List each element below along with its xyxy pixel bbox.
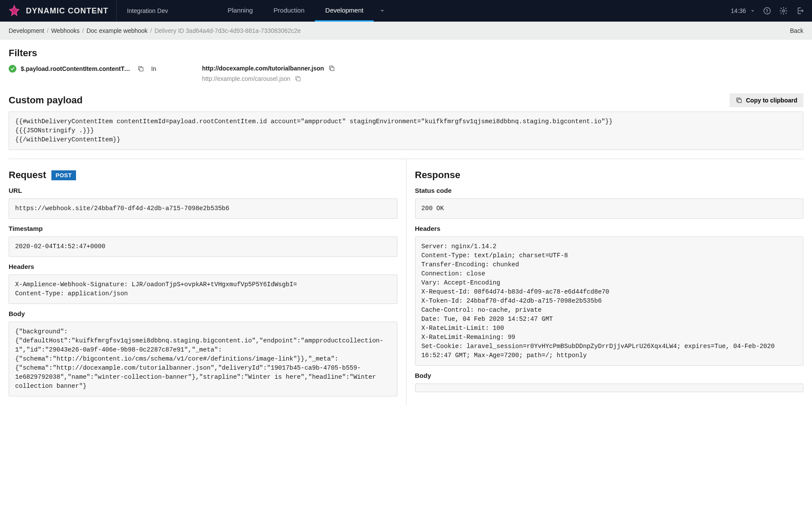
breadcrumb: Development / Webhooks / Doc example web… [0,22,812,40]
tab-development[interactable]: Development [315,0,374,22]
response-body-value[interactable] [415,383,804,392]
check-circle-icon [9,65,16,73]
page-content: Filters $.payload.rootContentItem.conten… [0,40,812,418]
copy-icon[interactable] [295,75,301,82]
copy-button-label: Copy to clipboard [746,97,797,104]
help-icon[interactable] [763,6,771,15]
logo-icon [8,4,21,17]
crumb-sep: / [47,27,49,34]
clock-display[interactable]: 14:36 [731,7,755,14]
tab-more-dropdown[interactable] [374,0,391,22]
crumb-delivery-id: Delivery ID 3ad64a4d-7d3c-4d93-881a-7330… [155,27,301,34]
request-headers-label: Headers [9,263,397,270]
hub-selector[interactable]: Integration Dev [117,7,178,14]
response-headers-value[interactable]: Server: nginx/1.14.2 Content-Type: text/… [415,236,804,366]
svg-rect-3 [140,67,143,71]
copy-icon[interactable] [328,65,335,72]
crumb-sep: / [150,27,152,34]
custom-payload-code[interactable]: {{#withDeliveryContentItem contentItemId… [9,112,803,150]
filter-url-primary: http://docexample.com/tutorialbanner.jso… [202,65,324,72]
logo-text: DYNAMIC CONTENT [26,6,108,16]
request-url-label: URL [9,187,397,194]
filters-row: $.payload.rootContentItem.contentTyp… In… [9,65,803,82]
filter-url-row: http://docexample.com/tutorialbanner.jso… [202,65,335,72]
back-button[interactable]: Back [790,27,803,34]
svg-rect-6 [738,99,741,102]
filter-expression: $.payload.rootContentItem.contentTyp… In [9,65,156,73]
gear-icon[interactable] [779,6,788,15]
response-column: Response Status code 200 OK Headers Serv… [406,159,804,405]
crumb-sep: / [82,27,84,34]
filter-url-row: http://example.com/carousel.json [202,75,335,82]
logout-icon[interactable] [796,6,804,15]
request-url-value[interactable]: https://webhook.site/24bbaf70-df4d-42db-… [9,198,397,219]
filter-jsonpath: $.payload.rootContentItem.contentTyp… [21,65,133,72]
response-heading: Response [415,169,804,181]
request-body-value[interactable]: {"background":{"defaultHost":"kuifkfmrgf… [9,322,397,396]
request-timestamp-value[interactable]: 2020-02-04T14:52:47+0000 [9,236,397,257]
filters-heading: Filters [9,48,803,59]
svg-point-2 [783,10,785,12]
tab-planning[interactable]: Planning [217,0,263,22]
response-body-label: Body [415,372,804,379]
chevron-down-icon [750,9,755,13]
crumb-webhooks[interactable]: Webhooks [51,27,79,34]
request-heading: Request POST [9,169,397,181]
app-logo[interactable]: DYNAMIC CONTENT [0,0,116,22]
response-status-value[interactable]: 200 OK [415,198,804,219]
copy-icon[interactable] [137,65,144,72]
tab-production[interactable]: Production [263,0,315,22]
request-headers-value[interactable]: X-Amplience-Webhook-Signature: LJR/oadon… [9,275,397,304]
svg-point-0 [764,8,771,14]
copy-icon [736,97,742,104]
svg-rect-4 [330,67,334,70]
custom-payload-header: Custom payload Copy to clipboard [9,93,803,107]
svg-point-1 [767,12,768,13]
crumb-delivery-prefix: Delivery ID [155,27,184,34]
navbar-right: 14:36 [731,6,812,15]
crumb-webhook-name[interactable]: Doc example webhook [86,27,148,34]
request-body-label: Body [9,310,397,317]
filter-in-label: In [151,65,156,72]
svg-rect-5 [297,77,301,81]
request-column: Request POST URL https://webhook.site/24… [9,159,406,405]
response-status-label: Status code [415,187,804,194]
custom-payload-heading: Custom payload [9,95,82,106]
method-badge: POST [51,170,76,180]
filter-values: http://docexample.com/tutorialbanner.jso… [202,65,335,82]
crumb-development[interactable]: Development [9,27,44,34]
response-headers-label: Headers [415,225,804,232]
navbar-tabs: Planning Production Development [217,0,391,22]
crumb-delivery-value: 3ad64a4d-7d3c-4d93-881a-733083062c2e [186,27,301,34]
copy-to-clipboard-button[interactable]: Copy to clipboard [730,93,803,107]
request-heading-text: Request [9,169,46,181]
filter-url-secondary: http://example.com/carousel.json [202,75,291,82]
request-response-split: Request POST URL https://webhook.site/24… [9,159,803,405]
top-navbar: DYNAMIC CONTENT Integration Dev Planning… [0,0,812,22]
request-timestamp-label: Timestamp [9,225,397,232]
clock-time: 14:36 [731,7,746,14]
